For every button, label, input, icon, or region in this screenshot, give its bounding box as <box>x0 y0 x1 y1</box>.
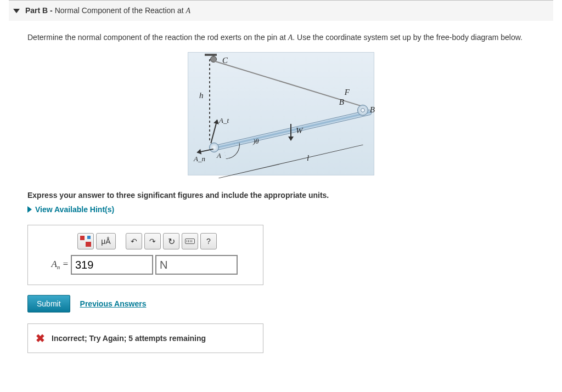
prompt-after: . Use the coordinate system set up by th… <box>293 33 522 42</box>
previous-answers-link[interactable]: Previous Answers <box>80 299 147 308</box>
weight-arrow <box>290 124 291 140</box>
prompt-before: Determine the normal component of the re… <box>27 33 288 42</box>
feedback-text: Incorrect; Try Again; 5 attempts remaini… <box>52 334 206 343</box>
label-h: h <box>199 91 204 100</box>
part-title-text: Part B - Normal Component of the Reactio… <box>25 6 190 15</box>
keyboard-button[interactable] <box>182 233 198 249</box>
pin-b <box>357 105 368 116</box>
label-l: l <box>307 154 309 163</box>
diagram-container: C h F B B W l )θ A_t A_n A <box>9 52 553 175</box>
answer-variable-label: An = <box>36 259 69 270</box>
prompt-text: Determine the normal component of the re… <box>27 32 553 43</box>
answer-row: An = <box>36 255 255 275</box>
label-c: C <box>222 56 228 65</box>
caster-icon <box>205 54 217 64</box>
submit-button[interactable]: Submit <box>27 295 70 313</box>
instructions: Express your answer to three significant… <box>27 191 553 200</box>
caret-right-icon <box>27 206 32 213</box>
label-an: A_n <box>194 155 205 163</box>
label-theta: )θ <box>253 137 259 146</box>
label-f: F <box>345 88 350 97</box>
part-subtitle: Normal Component of the Reaction at <box>55 6 186 15</box>
angle-arc <box>223 143 242 160</box>
redo-button[interactable]: ↷ <box>144 233 161 249</box>
reaction-at-arrow <box>210 120 217 143</box>
keyboard-icon <box>185 238 195 244</box>
answer-unit-input[interactable] <box>155 255 238 275</box>
label-b-left: B <box>339 98 344 107</box>
dimension-l <box>218 145 363 179</box>
hints-label: View Available Hint(s) <box>35 205 114 214</box>
label-at: A_t <box>219 116 229 125</box>
undo-button[interactable]: ↶ <box>126 233 142 249</box>
reset-button[interactable]: ↻ <box>163 233 179 249</box>
part-point: A <box>186 7 191 15</box>
label-a: A <box>217 151 221 160</box>
label-b-right: B <box>370 105 375 115</box>
caret-down-icon <box>13 9 20 13</box>
label-w: W <box>296 126 303 135</box>
spring-line <box>209 59 210 143</box>
feedback-box: ✖ Incorrect; Try Again; 5 attempts remai… <box>27 323 263 353</box>
view-hints-link[interactable]: View Available Hint(s) <box>27 205 553 214</box>
free-body-diagram: C h F B B W l )θ A_t A_n A <box>188 52 374 175</box>
prompt-point-a: A <box>288 33 293 42</box>
incorrect-icon: ✖ <box>36 332 45 345</box>
help-button[interactable]: ? <box>200 233 217 249</box>
templates-button[interactable] <box>77 233 94 249</box>
part-label: Part B - <box>25 6 53 15</box>
submit-row: Submit Previous Answers <box>27 295 553 313</box>
answer-value-input[interactable] <box>71 255 153 275</box>
answer-toolbar: μÅ ↶ ↷ ↻ ? <box>77 233 255 249</box>
part-header[interactable]: Part B - Normal Component of the Reactio… <box>9 0 553 21</box>
answer-box: μÅ ↶ ↷ ↻ ? An = <box>27 225 263 285</box>
units-button[interactable]: μÅ <box>96 233 116 249</box>
